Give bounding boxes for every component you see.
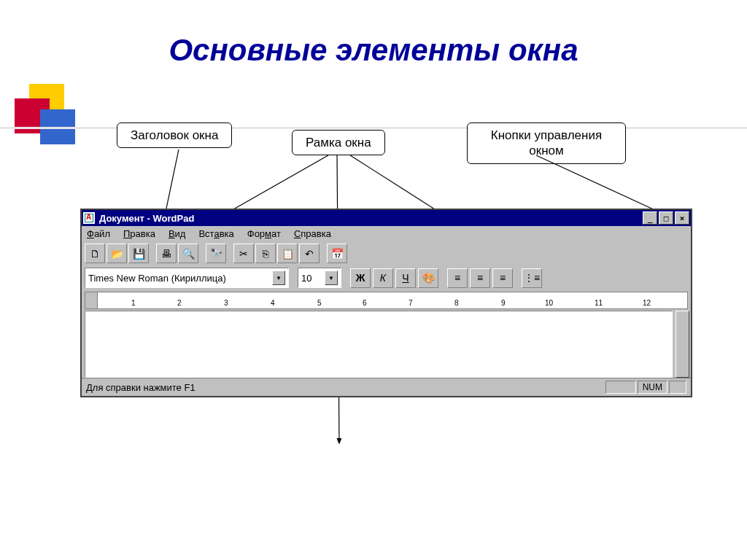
copy-icon[interactable]: ⎘ [255, 244, 276, 263]
callout-window-frame: Рамка окна [292, 130, 385, 155]
font-size-value: 10 [301, 273, 311, 284]
bold-button[interactable]: Ж [350, 268, 371, 288]
underline-button[interactable]: Ч [395, 268, 416, 288]
vertical-scrollbar[interactable] [676, 311, 689, 378]
callout-window-title: Заголовок окна [117, 122, 232, 148]
preview-icon[interactable]: 🔍 [178, 244, 198, 263]
status-cell-blank [605, 381, 636, 394]
font-name-combo[interactable]: Times New Roman (Кириллица) ▼ [85, 268, 289, 288]
standard-toolbar: 🗋 📂 💾 🖶 🔍 🔭 ✂ ⎘ 📋 ↶ 📅 [82, 241, 691, 265]
menu-view[interactable]: Вид [166, 228, 188, 240]
svg-line-4 [536, 155, 667, 216]
tab-selector[interactable] [85, 292, 98, 308]
dropdown-icon[interactable]: ▼ [272, 271, 285, 285]
color-icon[interactable]: 🎨 [418, 268, 438, 288]
close-button[interactable]: × [675, 211, 689, 225]
status-num: NUM [638, 381, 667, 394]
paste-icon[interactable]: 📋 [277, 244, 298, 263]
print-icon[interactable]: 🖶 [156, 244, 177, 263]
format-toolbar: Times New Roman (Кириллица) ▼ 10 ▼ Ж К Ч… [82, 265, 691, 290]
align-center-icon[interactable]: ≡ [470, 268, 490, 288]
window-control-buttons: _ □ × [643, 211, 689, 225]
ruler-scale: 1 2 3 4 5 6 7 8 9 10 11 12 [98, 292, 687, 308]
datetime-icon[interactable]: 📅 [327, 244, 347, 263]
minimize-button[interactable]: _ [643, 211, 657, 225]
new-icon[interactable]: 🗋 [85, 244, 105, 263]
bullets-icon[interactable]: ⋮≡ [522, 268, 542, 288]
title-underline [0, 127, 747, 129]
align-right-icon[interactable]: ≡ [492, 268, 513, 288]
wordpad-window: Документ - WordPad _ □ × Файл Правка Вид… [80, 209, 692, 397]
status-bar: Для справки нажмите F1 NUM [82, 378, 691, 396]
open-icon[interactable]: 📂 [107, 244, 127, 263]
italic-button[interactable]: К [373, 268, 393, 288]
cut-icon[interactable]: ✂ [233, 244, 254, 263]
dropdown-icon[interactable]: ▼ [325, 271, 338, 285]
menu-edit[interactable]: Правка [121, 228, 158, 240]
maximize-button[interactable]: □ [659, 211, 673, 225]
font-name-value: Times New Roman (Кириллица) [88, 273, 226, 284]
menu-help[interactable]: Справка [292, 228, 333, 240]
app-icon [83, 212, 95, 224]
menu-insert[interactable]: Вставка [196, 228, 236, 240]
titlebar-text: Документ - WordPad [99, 213, 643, 224]
menu-bar: Файл Правка Вид Вставка Формат Справка [82, 226, 691, 241]
titlebar[interactable]: Документ - WordPad _ □ × [82, 210, 691, 226]
align-left-icon[interactable]: ≡ [447, 268, 468, 288]
undo-icon[interactable]: ↶ [299, 244, 320, 263]
callout-control-buttons: Кнопки управления окном [467, 122, 626, 164]
resize-grip[interactable] [669, 381, 686, 394]
document-area[interactable] [85, 311, 673, 378]
ruler[interactable]: 1 2 3 4 5 6 7 8 9 10 11 12 [85, 292, 688, 309]
font-size-combo[interactable]: 10 ▼ [298, 268, 341, 288]
menu-format[interactable]: Формат [245, 228, 283, 240]
save-icon[interactable]: 💾 [128, 244, 149, 263]
find-icon[interactable]: 🔭 [206, 244, 226, 263]
menu-file[interactable]: Файл [85, 228, 112, 240]
slide-title: Основные элементы окна [0, 33, 747, 68]
status-text: Для справки нажмите F1 [86, 382, 604, 393]
